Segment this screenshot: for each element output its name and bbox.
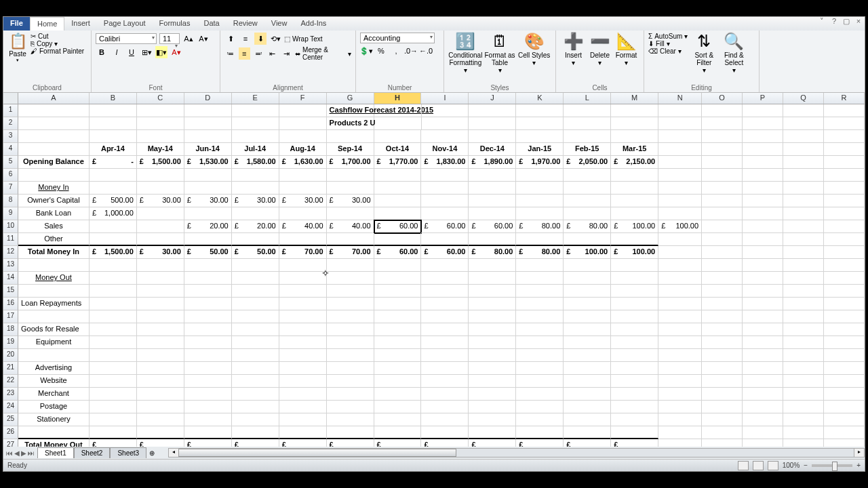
cell-Q3[interactable] [783,130,824,143]
cell-O2[interactable] [702,117,743,130]
cell-H26[interactable] [374,426,422,439]
cell-J20[interactable] [469,349,516,362]
cell-R8[interactable] [824,195,865,207]
cell-I3[interactable] [421,130,469,143]
cell-H22[interactable] [374,375,422,388]
cell-G2[interactable]: Products 2 U [327,117,374,130]
indent-increase-icon[interactable]: ⇥ [281,47,292,60]
cell-P7[interactable] [743,182,783,195]
cell-J10[interactable]: £60.00 [469,220,516,233]
format-cells-button[interactable]: 📐Format▾ [613,33,639,66]
cell-F4[interactable]: Aug-14 [279,143,327,156]
cell-P23[interactable] [743,388,783,401]
cell-E7[interactable] [232,182,279,195]
cell-H8[interactable] [374,195,422,207]
cell-N18[interactable] [658,323,702,336]
cell-C11[interactable] [137,233,184,246]
row-header-10[interactable]: 10 [3,220,18,233]
cell-R1[interactable] [824,104,865,117]
cell-H1[interactable] [374,104,422,117]
cell-H17[interactable] [374,310,422,323]
cell-I25[interactable] [421,413,469,426]
cell-G11[interactable] [327,233,374,246]
cell-P10[interactable] [743,220,783,233]
cell-J26[interactable] [469,426,516,439]
cell-L19[interactable] [564,336,611,349]
cell-F23[interactable] [279,388,327,401]
cell-D10[interactable]: £20.00 [184,220,232,233]
cell-N7[interactable] [658,182,702,195]
cell-R16[interactable] [824,298,865,310]
cell-C13[interactable] [137,259,184,272]
cell-N14[interactable] [658,272,702,285]
cell-O13[interactable] [702,259,743,272]
cell-C6[interactable] [137,169,184,182]
cell-L21[interactable] [564,362,611,375]
cell-Q5[interactable] [783,156,824,169]
cell-Q25[interactable] [783,413,824,426]
tab-review[interactable]: Review [226,17,264,30]
column-header-L[interactable]: L [564,93,611,104]
cell-O26[interactable] [702,426,743,439]
cell-Q18[interactable] [783,323,824,336]
cell-Q22[interactable] [783,375,824,388]
cell-G12[interactable]: £70.00 [327,246,374,259]
cell-E17[interactable] [232,310,279,323]
cell-G10[interactable]: £40.00 [327,220,374,233]
cell-M13[interactable] [611,259,658,272]
cell-Q8[interactable] [783,195,824,207]
cell-G3[interactable] [327,130,374,143]
cell-D3[interactable] [184,130,232,143]
cell-C5[interactable]: £1,500.00 [137,156,184,169]
cell-A4[interactable] [18,143,90,156]
cell-M19[interactable] [611,336,658,349]
cell-A20[interactable] [18,349,90,362]
cell-J17[interactable] [469,310,516,323]
cell-B22[interactable] [90,375,137,388]
column-header-O[interactable]: O [702,93,743,104]
cell-G25[interactable] [327,413,374,426]
cell-M26[interactable] [611,426,658,439]
row-header-12[interactable]: 12 [3,246,18,259]
cell-R22[interactable] [824,375,865,388]
cell-E27[interactable]: £ [232,439,279,447]
cell-A26[interactable] [18,426,90,439]
row-header-1[interactable]: 1 [3,104,18,117]
cell-P8[interactable] [743,195,783,207]
cell-M5[interactable]: £2,150.00 [611,156,658,169]
row-header-14[interactable]: 14 [3,272,18,285]
column-header-K[interactable]: K [516,93,564,104]
cell-D2[interactable] [184,117,232,130]
cell-J27[interactable]: £ [469,439,516,447]
cell-N27[interactable] [658,439,702,447]
cell-Q7[interactable] [783,182,824,195]
cell-H2[interactable] [374,117,422,130]
cell-E8[interactable]: £30.00 [232,195,279,207]
horizontal-scrollbar[interactable] [168,448,865,458]
cell-L17[interactable] [564,310,611,323]
cell-R24[interactable] [824,401,865,413]
align-middle-icon[interactable]: ≡ [239,33,252,45]
increase-font-icon[interactable]: A▴ [182,33,195,45]
cell-M22[interactable] [611,375,658,388]
indent-decrease-icon[interactable]: ⇤ [267,47,278,60]
cell-G18[interactable] [327,323,374,336]
cell-R15[interactable] [824,285,865,298]
column-header-M[interactable]: M [611,93,658,104]
row-header-6[interactable]: 6 [3,169,18,182]
cell-A19[interactable]: Equipment [18,336,90,349]
cell-O22[interactable] [702,375,743,388]
cell-G6[interactable] [327,169,374,182]
cell-O19[interactable] [702,336,743,349]
cell-F6[interactable] [279,169,327,182]
cell-L3[interactable] [564,130,611,143]
cell-Q19[interactable] [783,336,824,349]
cell-P12[interactable] [743,246,783,259]
cell-R23[interactable] [824,388,865,401]
cell-D27[interactable]: £ [184,439,232,447]
row-header-21[interactable]: 21 [3,362,18,375]
cell-B25[interactable] [90,413,137,426]
cell-C24[interactable] [137,401,184,413]
cell-K11[interactable] [516,233,564,246]
cell-I14[interactable] [421,272,469,285]
